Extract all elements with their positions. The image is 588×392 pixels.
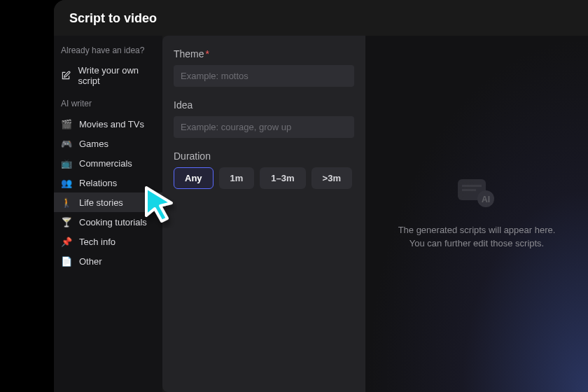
sidebar-item-commercials[interactable]: 📺 Commercials xyxy=(54,153,162,173)
theme-input[interactable] xyxy=(174,65,354,87)
tv-icon: 📺 xyxy=(61,158,72,169)
theme-label: Theme* xyxy=(174,48,354,59)
pin-icon: 📌 xyxy=(61,236,72,247)
svg-text:AI: AI xyxy=(482,195,490,204)
sidebar-item-label: Tech info xyxy=(79,237,115,247)
required-mark: * xyxy=(206,48,209,59)
sidebar-item-label: Cooking tutorials xyxy=(79,217,147,227)
sidebar-idea-prompt: Already have an idea? xyxy=(54,43,162,61)
results-placeholder-text: The generated scripts will appear here. … xyxy=(393,224,560,249)
pencil-icon xyxy=(61,70,71,81)
svg-rect-2 xyxy=(462,189,476,191)
sidebar-item-label: Commercials xyxy=(79,158,132,169)
gamepad-icon: 🎮 xyxy=(61,138,72,149)
results-panel: AI The generated scripts will appear her… xyxy=(365,36,588,392)
idea-label: Idea xyxy=(174,99,354,111)
sidebar-item-movies[interactable]: 🎬 Movies and TVs xyxy=(54,114,162,134)
sidebar-item-other[interactable]: 📄 Other xyxy=(54,251,162,271)
sidebar-item-life-stories[interactable]: 🚶 Life stories xyxy=(54,192,162,212)
sidebar-item-games[interactable]: 🎮 Games xyxy=(54,134,162,153)
page-title: Script to video xyxy=(69,11,573,26)
duration-group: Any 1m 1–3m >3m xyxy=(174,167,354,189)
sidebar-item-label: Write your own script xyxy=(78,65,155,86)
duration-1m-button[interactable]: 1m xyxy=(219,167,255,189)
sidebar-item-label: Games xyxy=(79,139,108,149)
duration-any-button[interactable]: Any xyxy=(174,167,214,189)
sidebar-item-label: Life stories xyxy=(79,197,123,208)
svg-rect-1 xyxy=(462,185,482,187)
title-bar: Script to video xyxy=(54,0,588,36)
form-panel: Theme* Idea Duration Any 1m 1–3m >3m xyxy=(162,36,365,392)
idea-input[interactable] xyxy=(174,116,354,138)
duration-gt3m-button[interactable]: >3m xyxy=(312,167,352,189)
app-window: Script to video Already have an idea? Wr… xyxy=(54,0,588,392)
sidebar-item-write-own[interactable]: Write your own script xyxy=(54,61,162,90)
clapper-icon: 🎬 xyxy=(61,118,72,130)
sidebar-item-relations[interactable]: 👥 Relations xyxy=(54,173,162,192)
people-icon: 👥 xyxy=(61,177,72,188)
sidebar-item-cooking[interactable]: 🍸 Cooking tutorials xyxy=(54,212,162,232)
script-ai-icon: AI xyxy=(458,178,496,211)
duration-label: Duration xyxy=(174,150,354,162)
sidebar-item-label: Other xyxy=(79,256,102,267)
sidebar-item-label: Relations xyxy=(79,178,117,188)
sidebar: Already have an idea? Write your own scr… xyxy=(54,36,162,392)
cocktail-icon: 🍸 xyxy=(61,216,72,227)
walk-icon: 🚶 xyxy=(61,197,72,208)
sidebar-item-label: Movies and TVs xyxy=(79,119,144,130)
main-columns: Already have an idea? Write your own scr… xyxy=(54,36,588,392)
duration-1-3m-button[interactable]: 1–3m xyxy=(260,167,305,189)
sidebar-ai-writer-label: AI writer xyxy=(54,96,162,114)
sidebar-item-tech[interactable]: 📌 Tech info xyxy=(54,232,162,251)
doc-icon: 📄 xyxy=(61,255,72,267)
